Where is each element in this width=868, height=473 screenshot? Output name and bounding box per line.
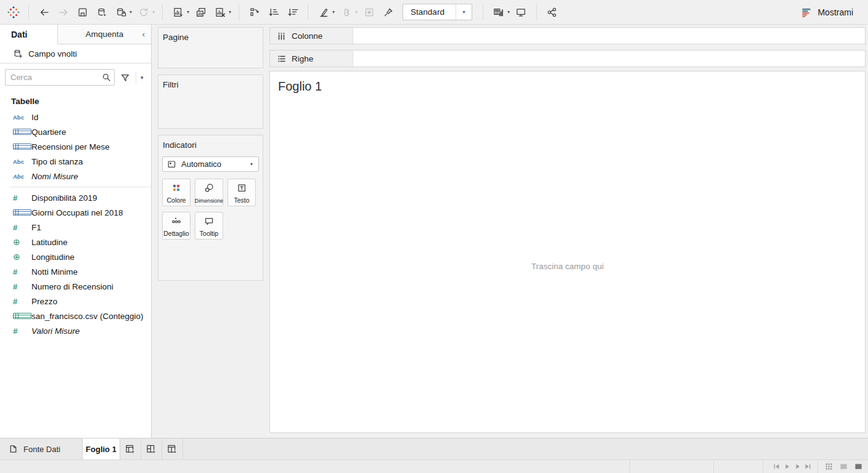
- fit-selector[interactable]: Standard ▾: [403, 4, 472, 20]
- duplicate-button[interactable]: [192, 4, 209, 20]
- new-dashboard-tab-button[interactable]: [141, 439, 162, 459]
- field-row[interactable]: Id: [0, 110, 151, 124]
- field-label: Longitudine: [31, 253, 75, 262]
- field-row[interactable]: Nomi Misure: [0, 169, 151, 184]
- chevron-down-icon[interactable]: ▾: [456, 4, 472, 20]
- detail-button-label: Dettaglio: [163, 230, 189, 237]
- measures-list: Disponibilità 2019 Giorni Occupati nel 2…: [0, 190, 151, 338]
- field-row[interactable]: Prezzo: [0, 294, 151, 309]
- first-sheet-icon[interactable]: [772, 462, 781, 471]
- field-label: Notti Minime: [31, 267, 78, 277]
- tab-dati[interactable]: Dati: [0, 25, 57, 44]
- new-story-tab-button[interactable]: [162, 439, 183, 459]
- field-type-icon: [13, 193, 31, 203]
- field-row[interactable]: Numero di Recensioni: [0, 279, 151, 294]
- toolbar-separator: [308, 4, 308, 20]
- data-source-name: Campo vnolti: [28, 49, 77, 59]
- data-source-icon: [12, 48, 23, 59]
- field-row[interactable]: F1: [0, 220, 151, 235]
- detail-button[interactable]: Dettaglio: [162, 212, 190, 240]
- sheet-sorter-icon[interactable]: [824, 462, 833, 471]
- next-sheet-icon[interactable]: [793, 462, 802, 471]
- field-label: Tipo di stanza: [31, 157, 83, 166]
- clear-sheet-dropdown[interactable]: ▾: [229, 9, 231, 15]
- new-worksheet-tab-button[interactable]: [120, 439, 141, 459]
- filmstrip-view-icon[interactable]: [839, 462, 848, 471]
- fix-axes-button[interactable]: [380, 4, 396, 20]
- sort-descending-button[interactable]: [284, 4, 301, 20]
- color-button[interactable]: Colore: [162, 179, 190, 206]
- field-row[interactable]: Recensioni per Mese: [0, 139, 151, 154]
- field-row[interactable]: san_francisco.csv (Conteggio): [0, 309, 151, 323]
- data-source-item[interactable]: Campo vnolti: [0, 44, 151, 63]
- mark-type-selector[interactable]: Automatico ▾: [162, 156, 259, 172]
- dimensions-measures-divider: [10, 187, 151, 187]
- field-row[interactable]: Disponibilità 2019: [0, 190, 151, 205]
- field-row[interactable]: Notti Minime: [0, 264, 151, 279]
- new-worksheet-icon: [172, 6, 184, 18]
- refresh-button[interactable]: [135, 4, 152, 20]
- pause-auto-updates-dropdown[interactable]: ▾: [129, 9, 132, 15]
- chevron-down-icon[interactable]: ▾: [245, 161, 258, 167]
- text-button[interactable]: Testo: [227, 179, 256, 206]
- share-button[interactable]: [544, 4, 560, 20]
- group-members-button[interactable]: [338, 4, 354, 20]
- show-me-icon: [800, 6, 813, 18]
- swap-rows-columns-button[interactable]: [246, 4, 263, 20]
- pause-auto-updates-button[interactable]: [112, 4, 129, 20]
- worksheet-view[interactable]: Foglio 1 Trascina campo qui: [269, 71, 866, 433]
- field-row[interactable]: Giorni Occupati nel 2018: [0, 205, 151, 220]
- undo-button[interactable]: [36, 4, 52, 20]
- show-mark-labels-button[interactable]: [361, 4, 377, 20]
- tabs-view-icon[interactable]: [854, 462, 863, 471]
- highlight-button[interactable]: [315, 4, 332, 20]
- data-source-tab[interactable]: Fonte Dati: [0, 439, 82, 459]
- field-type-icon: [13, 282, 31, 291]
- new-worksheet-button[interactable]: [170, 4, 186, 20]
- save-button[interactable]: [74, 4, 91, 20]
- filters-shelf[interactable]: Filtri: [158, 75, 263, 129]
- columns-shelf[interactable]: Colonne: [269, 27, 866, 44]
- totals-dropdown[interactable]: ▾: [507, 9, 510, 15]
- pages-shelf[interactable]: Pagine: [158, 27, 263, 68]
- filter-fields-button[interactable]: [120, 72, 131, 83]
- new-worksheet-dropdown[interactable]: ▾: [187, 9, 189, 15]
- field-row[interactable]: Valori Misure: [0, 323, 151, 338]
- search-input[interactable]: [5, 69, 115, 86]
- clear-sheet-button[interactable]: [211, 4, 228, 20]
- tab-secondary[interactable]: Amquenta ‹: [57, 25, 151, 44]
- tableau-window: ▾ ▾ ▾: [0, 0, 868, 473]
- previous-sheet-icon[interactable]: [782, 462, 792, 471]
- show-me-button[interactable]: Mostrami: [800, 6, 863, 18]
- group-members-dropdown[interactable]: ▾: [355, 9, 358, 15]
- collapse-pane-icon[interactable]: ‹: [142, 30, 145, 39]
- new-data-source-button[interactable]: [93, 4, 110, 20]
- duplicate-icon: [195, 6, 207, 18]
- last-sheet-icon[interactable]: [803, 462, 813, 471]
- redo-button[interactable]: [55, 4, 72, 20]
- tooltip-button[interactable]: Tooltip: [195, 212, 223, 240]
- presentation-mode-button[interactable]: [513, 4, 530, 20]
- field-label: Valori Misure: [31, 326, 80, 336]
- tab-secondary-label: Amquenta: [86, 30, 124, 39]
- sort-ascending-button[interactable]: [265, 4, 282, 20]
- refresh-dropdown[interactable]: ▾: [152, 9, 155, 15]
- active-sheet-tab[interactable]: Foglio 1: [82, 439, 120, 459]
- field-row[interactable]: Longitudine: [0, 249, 151, 264]
- field-type-icon: [13, 209, 31, 216]
- tableau-logo-button[interactable]: [5, 4, 22, 20]
- highlight-dropdown[interactable]: ▾: [332, 9, 335, 15]
- field-row[interactable]: Tipo di stanza: [0, 154, 151, 169]
- field-row[interactable]: Quartiere: [0, 124, 151, 139]
- color-button-label: Colore: [167, 196, 186, 204]
- totals-button[interactable]: [490, 4, 507, 20]
- data-source-tab-label: Fonte Dati: [23, 445, 60, 454]
- view-options-dropdown[interactable]: ▾: [141, 75, 144, 81]
- columns-shelf-drop-area[interactable]: [353, 28, 865, 44]
- pages-shelf-title: Pagine: [163, 33, 259, 42]
- field-row[interactable]: Latitudine: [0, 235, 151, 249]
- size-button[interactable]: Dimensione: [195, 179, 223, 206]
- rows-shelf-drop-area[interactable]: [353, 51, 865, 67]
- tooltip-button-label: Tooltip: [200, 230, 218, 237]
- rows-shelf[interactable]: Righe: [269, 50, 866, 67]
